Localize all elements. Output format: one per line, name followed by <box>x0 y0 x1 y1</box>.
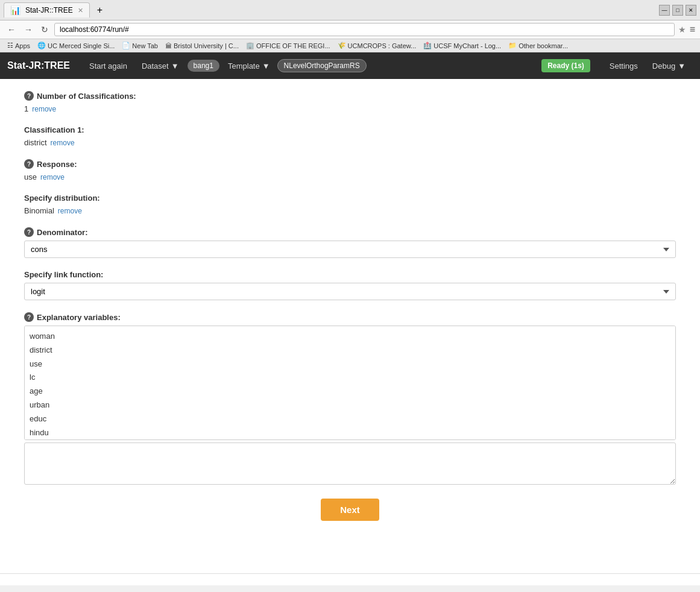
list-item[interactable]: district <box>28 344 672 357</box>
classification1-section: Classification 1: district remove <box>24 125 676 147</box>
url-input[interactable] <box>54 23 675 36</box>
bookmark-icon-2: 📄 <box>122 42 130 49</box>
template-nav[interactable]: Template ▼ <box>221 52 277 79</box>
back-button[interactable]: ← <box>5 24 18 36</box>
classification1-label: Classification 1: <box>24 125 676 134</box>
template-chevron-icon: ▼ <box>262 61 270 71</box>
bookmark-office[interactable]: 🏢 OFFICE OF THE REGI... <box>244 41 333 50</box>
response-remove[interactable]: remove <box>40 173 65 181</box>
footer-bar <box>0 573 700 585</box>
bookmarks-bar: ☷ Apps 🌐 UC Merced Single Si... 📄 New Ta… <box>0 39 700 52</box>
minimize-button[interactable]: — <box>659 5 670 16</box>
browser-chrome: 📊 Stat-JR::TREE ✕ + — □ ✕ ← → ↻ ★ ≡ ☷ Ap… <box>0 0 700 52</box>
denominator-label: ? Denominator: <box>24 227 676 237</box>
bookmark-new-tab[interactable]: 📄 New Tab <box>119 41 160 50</box>
list-item[interactable]: educ <box>28 412 672 426</box>
title-bar: 📊 Stat-JR::TREE ✕ + — □ ✕ <box>0 0 700 20</box>
folder-icon: 📁 <box>508 42 517 49</box>
bookmark-icon-4: 🏢 <box>246 42 254 49</box>
bookmark-uc-merced[interactable]: 🌐 UC Merced Single Si... <box>35 41 117 50</box>
specify-distribution-value: Binomial remove <box>24 206 676 215</box>
start-again-nav[interactable]: Start again <box>82 52 134 79</box>
list-item[interactable]: lc <box>28 371 672 385</box>
bookmark-icon-6: 🏥 <box>423 42 432 49</box>
num-classifications-section: ? Number of Classifications: 1 remove <box>24 91 676 113</box>
link-function-select[interactable]: logit probit cloglog <box>24 283 676 300</box>
link-function-label: Specify link function: <box>24 270 676 279</box>
classification1-value: district remove <box>24 138 676 147</box>
denominator-help-icon[interactable]: ? <box>24 227 34 237</box>
bookmark-icon-1: 🌐 <box>37 42 46 49</box>
template-badge[interactable]: NLevelOrthogParamRS <box>277 59 367 72</box>
apps-icon: ☷ <box>7 42 13 49</box>
debug-nav[interactable]: Debug ▼ <box>645 52 693 79</box>
bookmark-bristol[interactable]: 🏛 Bristol University | C... <box>163 42 241 50</box>
tab-title: Stat-JR::TREE <box>25 6 73 14</box>
list-item[interactable]: hindu <box>28 426 672 440</box>
explanatory-vars-listbox[interactable]: woman district use lc age urban educ hin… <box>24 326 676 440</box>
close-button[interactable]: ✕ <box>686 5 696 16</box>
specify-distribution-section: Specify distribution: Binomial remove <box>24 194 676 215</box>
browser-menu-button[interactable]: ≡ <box>690 24 695 35</box>
next-button-container: Next <box>24 499 676 521</box>
bookmark-icon-3: 🏛 <box>165 42 172 49</box>
tab-close-button[interactable]: ✕ <box>78 7 83 14</box>
maximize-button[interactable]: □ <box>672 5 683 16</box>
num-classifications-value: 1 remove <box>24 104 676 113</box>
bookmark-other[interactable]: 📁 Other bookmar... <box>506 41 570 50</box>
response-value: use remove <box>24 172 676 181</box>
main-content: ? Number of Classifications: 1 remove Cl… <box>0 79 700 573</box>
num-classifications-label: ? Number of Classifications: <box>24 91 676 101</box>
list-item[interactable]: urban <box>28 398 672 412</box>
new-tab-button[interactable]: + <box>93 4 106 17</box>
settings-nav[interactable]: Settings <box>602 52 645 79</box>
specify-distribution-label: Specify distribution: <box>24 194 676 203</box>
tab-icon: 📊 <box>10 5 20 15</box>
chevron-down-icon: ▼ <box>171 61 179 71</box>
response-help-icon[interactable]: ? <box>24 159 34 169</box>
debug-chevron-icon: ▼ <box>678 61 686 71</box>
response-label: ? Response: <box>24 159 676 169</box>
refresh-button[interactable]: ↻ <box>39 24 51 36</box>
num-classifications-remove[interactable]: remove <box>32 105 56 113</box>
next-button[interactable]: Next <box>321 499 379 521</box>
forward-button[interactable]: → <box>22 24 35 36</box>
num-classifications-help-icon[interactable]: ? <box>24 91 34 101</box>
list-item[interactable]: use <box>28 357 672 371</box>
bookmark-apps[interactable]: ☷ Apps <box>5 41 33 50</box>
bookmark-ucsf[interactable]: 🏥 UCSF MyChart - Log... <box>421 41 503 50</box>
denominator-section: ? Denominator: cons n use <box>24 227 676 258</box>
app-navbar: Stat-JR:TREE Start again Dataset ▼ bang1… <box>0 52 700 79</box>
classification1-remove[interactable]: remove <box>51 139 75 147</box>
explanatory-vars-textarea[interactable] <box>24 442 676 485</box>
specify-distribution-remove[interactable]: remove <box>58 207 82 215</box>
list-item[interactable]: age <box>28 385 672 398</box>
app-title: Stat-JR:TREE <box>7 60 70 71</box>
explanatory-vars-help-icon[interactable]: ? <box>24 312 34 322</box>
bookmark-icon-5: 🌾 <box>338 42 346 49</box>
ready-status-badge: Ready (1s) <box>541 59 590 72</box>
title-bar-left: 📊 Stat-JR::TREE ✕ + <box>4 2 106 17</box>
explanatory-vars-section: ? Explanatory variables: woman district … <box>24 312 676 487</box>
browser-tab[interactable]: 📊 Stat-JR::TREE ✕ <box>4 2 90 17</box>
list-item[interactable]: woman <box>28 330 672 344</box>
window-controls: — □ ✕ <box>659 5 696 16</box>
bookmark-ucmcrops[interactable]: 🌾 UCMCROPS : Gatew... <box>335 41 419 50</box>
dataset-badge[interactable]: bang1 <box>188 60 219 72</box>
bookmark-star-button[interactable]: ★ <box>678 25 686 34</box>
response-section: ? Response: use remove <box>24 159 676 181</box>
list-item[interactable]: d_illit <box>28 439 672 440</box>
dataset-nav[interactable]: Dataset ▼ <box>134 52 186 79</box>
denominator-select[interactable]: cons n use <box>24 241 676 258</box>
explanatory-vars-label: ? Explanatory variables: <box>24 312 676 322</box>
link-function-section: Specify link function: logit probit clog… <box>24 270 676 300</box>
address-bar: ← → ↻ ★ ≡ <box>0 20 700 39</box>
